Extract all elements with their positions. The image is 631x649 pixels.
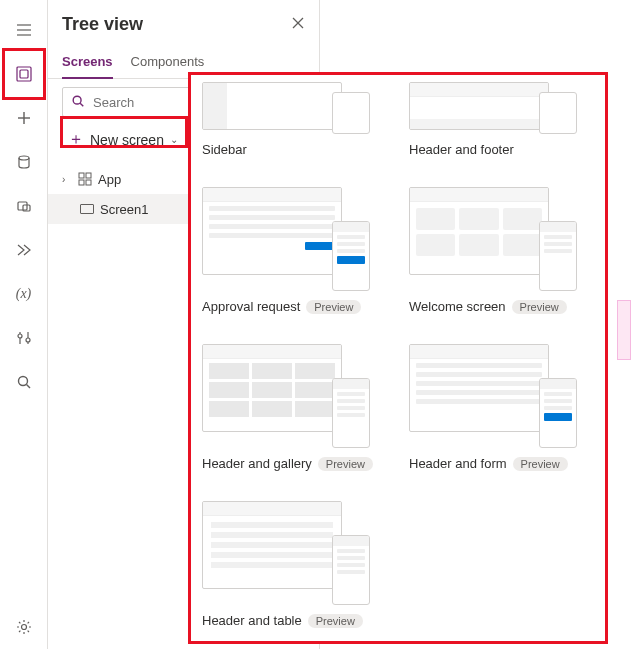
tree-view-icon[interactable] <box>0 52 48 96</box>
hamburger-icon[interactable] <box>0 8 48 52</box>
svg-point-19 <box>73 96 81 104</box>
svg-rect-4 <box>20 70 28 78</box>
variables-icon[interactable]: (x) <box>0 272 48 316</box>
media-icon[interactable] <box>0 184 48 228</box>
template-label: Header and table <box>202 613 302 628</box>
svg-rect-21 <box>79 173 84 178</box>
new-screen-label: New screen <box>90 132 164 148</box>
preview-badge: Preview <box>513 457 568 471</box>
svg-point-12 <box>18 334 22 338</box>
tools-icon[interactable] <box>0 316 48 360</box>
svg-point-16 <box>21 625 26 630</box>
preview-badge: Preview <box>512 300 567 314</box>
screen-icon <box>80 204 94 214</box>
preview-badge: Preview <box>308 614 363 628</box>
svg-rect-24 <box>86 180 91 185</box>
template-sidebar[interactable]: Sidebar <box>202 82 389 157</box>
svg-point-13 <box>26 338 30 342</box>
data-icon[interactable] <box>0 140 48 184</box>
tree-label: App <box>98 172 121 187</box>
app-icon <box>78 172 92 186</box>
svg-point-14 <box>18 377 27 386</box>
svg-point-7 <box>19 156 29 160</box>
search-rail-icon[interactable] <box>0 360 48 404</box>
plus-icon: ＋ <box>68 129 84 150</box>
svg-rect-3 <box>17 67 31 81</box>
svg-rect-23 <box>79 180 84 185</box>
canvas-peek <box>617 300 631 360</box>
new-screen-button[interactable]: ＋ New screen ⌄ <box>62 125 184 154</box>
insert-icon[interactable] <box>0 96 48 140</box>
template-header-table[interactable]: Header and table Preview <box>202 501 389 628</box>
svg-rect-22 <box>86 173 91 178</box>
template-header-form[interactable]: Header and form Preview <box>409 344 596 471</box>
svg-line-15 <box>26 385 30 389</box>
settings-icon[interactable] <box>0 605 48 649</box>
template-label: Sidebar <box>202 142 247 157</box>
chevron-right-icon[interactable]: › <box>62 174 72 185</box>
preview-badge: Preview <box>306 300 361 314</box>
template-label: Header and gallery <box>202 456 312 471</box>
template-welcome-screen[interactable]: Welcome screen Preview <box>409 187 596 314</box>
panel-title: Tree view <box>62 14 143 35</box>
template-label: Approval request <box>202 299 300 314</box>
search-icon <box>71 94 85 111</box>
power-automate-icon[interactable] <box>0 228 48 272</box>
close-icon[interactable] <box>291 16 305 33</box>
template-approval-request[interactable]: Approval request Preview <box>202 187 389 314</box>
left-nav-rail: (x) <box>0 0 48 649</box>
template-label: Header and form <box>409 456 507 471</box>
template-label: Header and footer <box>409 142 514 157</box>
tree-label: Screen1 <box>100 202 148 217</box>
preview-badge: Preview <box>318 457 373 471</box>
new-screen-flyout: Sidebar Header and footer Approval reque… <box>190 74 608 642</box>
template-label: Welcome screen <box>409 299 506 314</box>
tab-screens[interactable]: Screens <box>62 48 113 79</box>
template-header-gallery[interactable]: Header and gallery Preview <box>202 344 389 471</box>
svg-line-20 <box>80 103 83 106</box>
template-header-footer[interactable]: Header and footer <box>409 82 596 157</box>
chevron-down-icon: ⌄ <box>170 134 178 145</box>
